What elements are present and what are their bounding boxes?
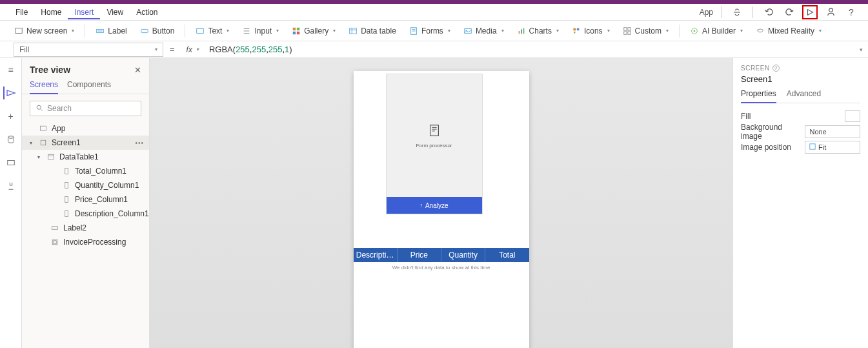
undo-icon[interactable] (761, 5, 776, 19)
new-screen-button[interactable]: New screen▾ (9, 24, 79, 38)
more-icon[interactable]: ••• (135, 139, 144, 147)
chevron-down-icon: ▾ (227, 28, 229, 34)
text-button[interactable]: Text▾ (190, 24, 234, 38)
svg-point-32 (694, 30, 696, 32)
datatable-button[interactable]: Data table (343, 24, 401, 38)
chevron-down-icon: ▾ (819, 28, 822, 34)
icons-button[interactable]: Icons▾ (567, 24, 615, 38)
tree-node-description-column[interactable]: Description_Column1 (22, 207, 149, 221)
icons-icon (572, 26, 581, 36)
menu-view[interactable]: View (100, 5, 130, 19)
redo-icon[interactable] (782, 5, 797, 19)
canvas-area[interactable]: Form processor ↑Analyze Descripti… Price… (150, 58, 732, 348)
property-selector[interactable]: Fill▾ (14, 43, 163, 57)
prop-label-img-pos: Image position (741, 143, 791, 152)
forms-button[interactable]: Forms▾ (404, 24, 456, 38)
hamburger-icon[interactable]: ≡ (5, 63, 17, 76)
button-button[interactable]: Button (135, 24, 180, 38)
data-icon[interactable] (5, 133, 17, 146)
tab-advanced[interactable]: Advanced (787, 89, 821, 103)
media-rail-icon[interactable] (5, 156, 17, 169)
svg-rect-1 (15, 28, 23, 33)
svg-point-35 (37, 105, 41, 109)
tree-node-app[interactable]: App (22, 121, 149, 136)
app-checker-button[interactable]: App (700, 5, 713, 19)
close-icon[interactable]: ✕ (134, 65, 141, 75)
ai-icon (690, 26, 699, 36)
column-header-quantity[interactable]: Quantity (441, 248, 485, 262)
chevron-down-icon[interactable]: ▾ (37, 154, 43, 160)
form-processor-preview: Form processor (387, 74, 482, 197)
formula-input[interactable]: RGBA(255, 255, 255, 1) (204, 43, 858, 57)
input-icon (242, 26, 251, 36)
play-preview-icon[interactable] (802, 5, 818, 19)
tree-node-total-column[interactable]: Total_Column1 (22, 164, 149, 178)
form-processor-control[interactable]: Form processor ↑Analyze (386, 74, 483, 214)
column-header-total[interactable]: Total (485, 248, 529, 262)
tree-node-label2[interactable]: Label2 (22, 221, 149, 235)
label-button[interactable]: Label (90, 24, 132, 38)
custom-button[interactable]: Custom▾ (618, 24, 674, 38)
info-icon[interactable]: ? (772, 65, 780, 72)
chevron-down-icon: ▾ (276, 28, 279, 34)
svg-rect-11 (293, 31, 296, 34)
tree-node-screen1[interactable]: ▾Screen1••• (22, 136, 149, 150)
gallery-button[interactable]: Gallery▾ (287, 24, 341, 38)
data-table-control[interactable]: Descripti… Price Quantity Total We didn'… (354, 248, 529, 273)
fx-label[interactable]: fx▾ (181, 45, 204, 54)
input-button[interactable]: Input▾ (237, 24, 284, 38)
user-icon[interactable] (823, 5, 838, 19)
screen-canvas[interactable]: Form processor ↑Analyze Descripti… Price… (354, 71, 529, 348)
tab-components[interactable]: Components (67, 80, 111, 94)
tree-node-price-column[interactable]: Price_Column1 (22, 192, 149, 207)
tab-screens[interactable]: Screens (30, 80, 58, 94)
menu-home[interactable]: Home (34, 5, 68, 19)
svg-rect-28 (627, 27, 630, 30)
charts-button[interactable]: Charts▾ (512, 24, 564, 38)
media-button[interactable]: Media▾ (458, 24, 509, 38)
help-icon[interactable]: ? (843, 5, 859, 19)
app-side-rail: ≡ + (0, 58, 22, 348)
column-icon (62, 167, 71, 176)
bg-image-select[interactable]: None (805, 125, 860, 138)
share-icon[interactable] (729, 5, 745, 19)
img-position-select[interactable]: Fit (805, 141, 860, 154)
mr-icon (756, 26, 765, 36)
menu-insert[interactable]: Insert (68, 5, 100, 19)
tree-node-datatable1[interactable]: ▾DataTable1 (22, 150, 149, 164)
svg-rect-45 (52, 227, 58, 230)
menu-bar: File Home Insert View Action App ? (0, 4, 868, 21)
menu-action[interactable]: Action (130, 5, 164, 19)
gallery-icon (292, 26, 301, 36)
label-icon (96, 26, 105, 36)
charts-icon (517, 26, 526, 36)
tree-node-invoice-processing[interactable]: InvoiceProcessing (22, 235, 149, 249)
menu-file[interactable]: File (9, 5, 34, 19)
component-icon (50, 238, 59, 247)
mixed-reality-button[interactable]: Mixed Reality▾ (751, 24, 827, 38)
svg-rect-41 (65, 169, 68, 174)
svg-rect-5 (197, 28, 204, 33)
svg-rect-34 (7, 161, 14, 165)
tree-view-icon[interactable] (3, 87, 17, 99)
svg-rect-43 (65, 197, 68, 203)
column-header-price[interactable]: Price (398, 248, 441, 262)
analyze-button[interactable]: ↑Analyze (387, 197, 482, 214)
tree-node-quantity-column[interactable]: Quantity_Column1 (22, 178, 149, 192)
chevron-down-icon: ▾ (607, 28, 610, 34)
fill-color-picker[interactable] (845, 110, 860, 122)
tree-view-panel: Tree view ✕ Screens Components Search Ap… (22, 58, 150, 348)
column-header-description[interactable]: Descripti… (354, 248, 398, 262)
chevron-down-icon[interactable]: ▾ (30, 140, 35, 146)
app-icon (39, 124, 48, 133)
tools-icon[interactable] (5, 179, 17, 192)
formula-expand-icon[interactable]: ▾ (858, 46, 868, 53)
tree-search-input[interactable]: Search (30, 101, 141, 116)
datatable-icon (46, 152, 56, 161)
tab-properties[interactable]: Properties (741, 89, 776, 103)
insert-icon[interactable]: + (5, 110, 17, 123)
properties-panel: SCREEN ? Screen1 Properties Advanced Fil… (732, 58, 868, 348)
chevron-down-icon: ▾ (448, 28, 450, 34)
ai-builder-button[interactable]: AI Builder▾ (685, 24, 748, 38)
chevron-down-icon: ▾ (666, 28, 669, 34)
